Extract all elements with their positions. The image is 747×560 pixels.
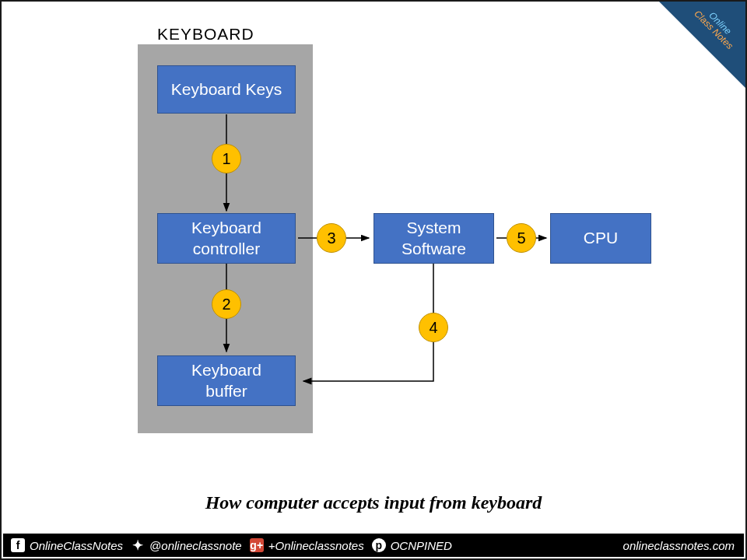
diagram-canvas: Online Class Notes KEYBOARD Keyboard Key… — [2, 2, 745, 558]
footer-domain: onlineclassnotes.com — [623, 539, 735, 552]
footer-pinterest: p OCNPINED — [372, 538, 452, 552]
facebook-icon: f — [11, 538, 25, 552]
box-label: Keyboard buffer — [191, 360, 261, 401]
footer-twitter: ✦ @onlineclassnote — [131, 538, 242, 552]
arrows-layer — [2, 2, 747, 560]
footer-gp-text: +Onlineclassnotes — [268, 539, 364, 552]
box-cpu: CPU — [550, 213, 651, 264]
badge-text: 2 — [222, 296, 230, 313]
keyboard-group-label: KEYBOARD — [157, 25, 254, 44]
step-badge-5: 5 — [507, 223, 536, 253]
footer-facebook: f OnlineClassNotes — [11, 538, 123, 552]
pinterest-icon: p — [372, 538, 386, 552]
badge-text: 1 — [222, 150, 230, 168]
box-label: System Software — [402, 218, 466, 259]
box-keyboard-keys: Keyboard Keys — [157, 65, 296, 114]
googleplus-icon: g+ — [250, 538, 264, 552]
footer-bar: f OnlineClassNotes ✦ @onlineclassnote g+… — [3, 534, 744, 557]
box-system-software: System Software — [374, 213, 494, 264]
step-badge-1: 1 — [212, 144, 241, 173]
footer-tw-text: @onlineclassnote — [149, 539, 242, 552]
footer-fb-text: OnlineClassNotes — [30, 539, 123, 552]
box-label: Keyboard controller — [191, 218, 261, 259]
diagram-caption: How computer accepts input from keyboard — [2, 492, 745, 513]
footer-pn-text: OCNPINED — [391, 539, 452, 552]
step-badge-2: 2 — [212, 289, 241, 319]
box-label: Keyboard Keys — [171, 79, 282, 100]
box-keyboard-controller: Keyboard controller — [157, 213, 296, 264]
badge-text: 3 — [327, 229, 335, 247]
badge-text: 4 — [429, 319, 437, 337]
box-label: CPU — [584, 228, 618, 248]
step-badge-4: 4 — [419, 313, 448, 342]
badge-text: 5 — [517, 229, 525, 247]
twitter-icon: ✦ — [131, 538, 145, 552]
box-keyboard-buffer: Keyboard buffer — [157, 355, 296, 406]
footer-googleplus: g+ +Onlineclassnotes — [250, 538, 364, 552]
step-badge-3: 3 — [317, 223, 346, 253]
